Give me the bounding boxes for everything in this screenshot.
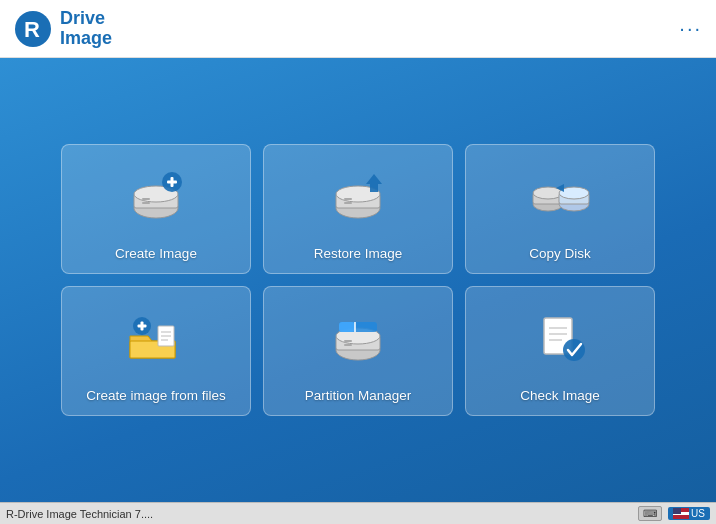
language-badge: US bbox=[668, 507, 710, 520]
restore-image-icon bbox=[322, 166, 394, 226]
create-image-icon bbox=[120, 166, 192, 226]
svg-rect-6 bbox=[142, 202, 150, 204]
app-name-status: R-Drive Image Technician 7.... bbox=[6, 508, 153, 520]
svg-rect-14 bbox=[344, 202, 352, 204]
svg-point-43 bbox=[563, 339, 585, 361]
create-image-files-icon-area bbox=[62, 287, 250, 388]
tile-check-image[interactable]: Check Image bbox=[465, 286, 655, 416]
flag-icon bbox=[673, 508, 689, 519]
create-image-icon-area bbox=[62, 145, 250, 246]
menu-button[interactable]: ··· bbox=[679, 17, 702, 40]
header: R Drive Image ··· bbox=[0, 0, 716, 58]
create-image-files-label: Create image from files bbox=[86, 388, 226, 403]
create-image-files-icon bbox=[120, 308, 192, 368]
copy-disk-icon bbox=[524, 166, 596, 226]
statusbar: R-Drive Image Technician 7.... ⌨ US bbox=[0, 502, 716, 524]
partition-manager-icon-area bbox=[264, 287, 452, 388]
tile-restore-image[interactable]: Restore Image bbox=[263, 144, 453, 274]
svg-rect-13 bbox=[344, 198, 352, 200]
statusbar-left: R-Drive Image Technician 7.... bbox=[6, 508, 153, 520]
tile-copy-disk[interactable]: Copy Disk bbox=[465, 144, 655, 274]
svg-rect-47 bbox=[673, 508, 681, 514]
svg-rect-5 bbox=[142, 198, 150, 200]
restore-image-label: Restore Image bbox=[314, 246, 403, 261]
check-image-label: Check Image bbox=[520, 388, 600, 403]
feature-grid: Create Image Restore Image bbox=[61, 144, 655, 416]
svg-rect-35 bbox=[344, 344, 352, 346]
svg-rect-46 bbox=[673, 516, 689, 519]
tile-partition-manager[interactable]: Partition Manager bbox=[263, 286, 453, 416]
check-image-icon-area bbox=[466, 287, 654, 388]
keyboard-icon: ⌨ bbox=[638, 506, 662, 521]
svg-rect-37 bbox=[339, 322, 355, 332]
svg-rect-9 bbox=[171, 177, 174, 187]
svg-rect-30 bbox=[141, 321, 144, 330]
check-image-icon bbox=[524, 308, 596, 368]
logo-area: R Drive Image bbox=[14, 9, 112, 49]
partition-manager-icon bbox=[322, 308, 394, 368]
partition-manager-label: Partition Manager bbox=[305, 388, 412, 403]
app-logo-icon: R bbox=[14, 10, 52, 48]
create-image-label: Create Image bbox=[115, 246, 197, 261]
tile-create-image-files[interactable]: Create image from files bbox=[61, 286, 251, 416]
svg-text:R: R bbox=[24, 17, 40, 42]
copy-disk-label: Copy Disk bbox=[529, 246, 591, 261]
restore-image-icon-area bbox=[264, 145, 452, 246]
svg-rect-34 bbox=[344, 340, 352, 342]
statusbar-right: ⌨ US bbox=[638, 506, 710, 521]
main-content: Create Image Restore Image bbox=[0, 58, 716, 502]
app-title: Drive Image bbox=[60, 9, 112, 49]
copy-disk-icon-area bbox=[466, 145, 654, 246]
tile-create-image[interactable]: Create Image bbox=[61, 144, 251, 274]
